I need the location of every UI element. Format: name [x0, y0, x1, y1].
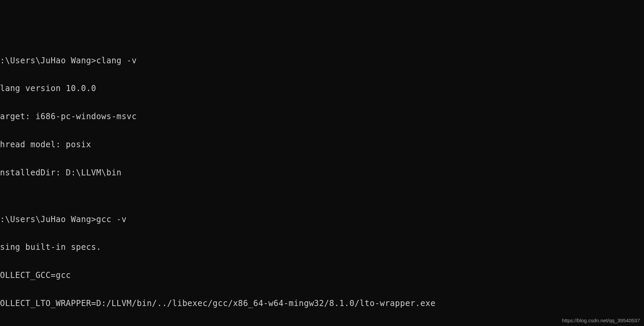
- terminal-output: :\Users\JuHao Wang>clang -v lang version…: [0, 37, 644, 326]
- terminal-line: arget: i686-pc-windows-msvc: [0, 112, 644, 122]
- watermark-text: https://blog.csdn.net/qq_39540537: [562, 318, 640, 323]
- terminal-line: :\Users\JuHao Wang>clang -v: [0, 56, 644, 66]
- terminal-line: lang version 10.0.0: [0, 84, 644, 93]
- terminal-line: nstalledDir: D:\LLVM\bin: [0, 168, 644, 178]
- terminal-line: sing built-in specs.: [0, 243, 644, 252]
- terminal-line: hread model: posix: [0, 140, 644, 150]
- terminal-line: OLLECT_GCC=gcc: [0, 271, 644, 280]
- terminal-line: OLLECT_LTO_WRAPPER=D:/LLVM/bin/../libexe…: [0, 299, 644, 308]
- terminal-line: :\Users\JuHao Wang>gcc -v: [0, 215, 644, 224]
